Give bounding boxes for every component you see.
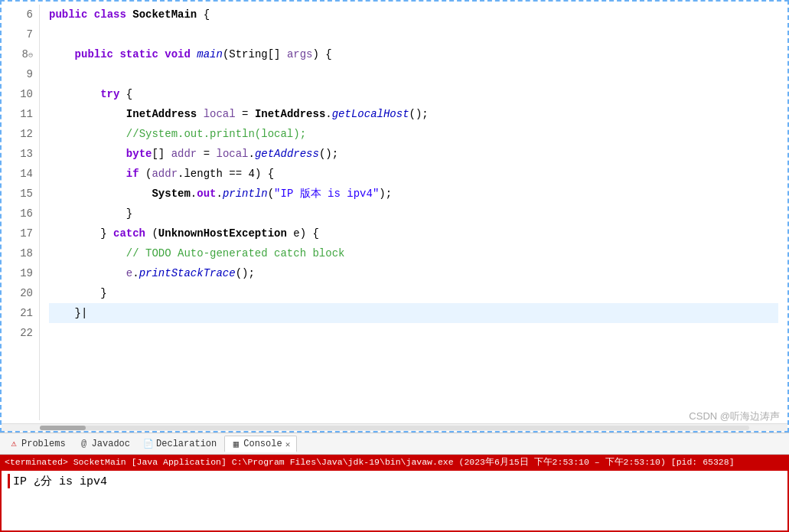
line-num-19: 19 [8,263,33,283]
tab-javadoc[interactable]: @ Javadoc [73,436,136,452]
warning-icon: ⚠ [9,439,18,449]
console-panel: <terminated> SocketMain [Java Applicatio… [0,455,789,532]
tab-javadoc-label: Javadoc [92,439,130,449]
code-line-17: } catch (UnknownHostException e) { [49,224,778,243]
tab-bar: ⚠ Problems @ Javadoc 📄 Declaration ▦ Con… [0,433,789,455]
editor-horizontal-scrollbar[interactable] [2,423,787,431]
tab-console[interactable]: ▦ Console ✕ [224,436,297,452]
console-icon: ▦ [231,439,240,449]
line-num-9: 9 [8,64,33,84]
code-line-19: e.printStackTrace(); [49,263,778,283]
code-line-10: try { [49,84,778,104]
bottom-panel: ⚠ Problems @ Javadoc 📄 Declaration ▦ Con… [0,432,789,532]
line-num-7: 7 [8,24,33,44]
watermark: CSDN @听海边涛声 [689,410,780,423]
code-line-13: byte[] addr = local.getAddress(); [49,144,778,164]
code-line-12: //System.out.println(local); [49,124,778,144]
line-num-15: 15 [8,184,33,204]
line-num-11: 11 [8,104,33,124]
tab-console-label: Console [243,439,282,449]
code-line-16: } [49,204,778,224]
console-output-text: IP ¿分 is ipv4 [8,474,107,488]
line-num-6: 6 [8,5,33,24]
line-num-17: 17 [8,224,33,243]
scrollbar-thumb[interactable] [40,426,86,430]
line-num-13: 13 [8,144,33,164]
line-num-8: 8⊖ [8,44,33,64]
code-line-18: // TODO Auto-generated catch block [49,243,778,263]
doc-icon: 📄 [144,439,153,449]
code-line-8: public static void main(String[] args) { [49,44,778,64]
code-content[interactable]: public class SocketMain { public static … [40,5,787,420]
line-num-21: 21 [8,303,33,323]
console-status-bar: <terminated> SocketMain [Java Applicatio… [0,455,789,469]
tab-declaration[interactable]: 📄 Declaration [138,436,223,452]
code-line-21: }| [49,303,778,323]
tab-problems[interactable]: ⚠ Problems [3,436,72,452]
line-num-16: 16 [8,204,33,224]
code-line-22 [49,323,778,343]
code-line-6: public class SocketMain { [49,5,778,24]
code-line-9 [49,64,778,84]
line-num-10: 10 [8,84,33,104]
code-editor[interactable]: 6 7 8⊖ 9 10 11 12 13 14 15 16 17 18 19 2… [0,0,789,432]
code-line-15: System.out.println("IP 版本 is ipv4"); [49,184,778,204]
line-num-12: 12 [8,124,33,144]
line-num-20: 20 [8,283,33,303]
line-num-18: 18 [8,243,33,263]
code-line-7 [49,24,778,44]
line-num-22: 22 [8,323,33,343]
code-line-11: InetAddress local = InetAddress.getLocal… [49,104,778,124]
tab-console-close-button[interactable]: ✕ [285,439,291,449]
console-output: IP ¿分 is ipv4 [0,469,789,532]
code-line-14: if (addr.length == 4) { [49,164,778,184]
line-numbers: 6 7 8⊖ 9 10 11 12 13 14 15 16 17 18 19 2… [2,5,40,420]
tab-problems-label: Problems [21,439,66,449]
line-num-14: 14 [8,164,33,184]
at-icon: @ [80,439,89,449]
tab-declaration-label: Declaration [156,439,217,449]
scrollbar-track[interactable] [40,426,749,430]
code-line-20: } [49,283,778,303]
